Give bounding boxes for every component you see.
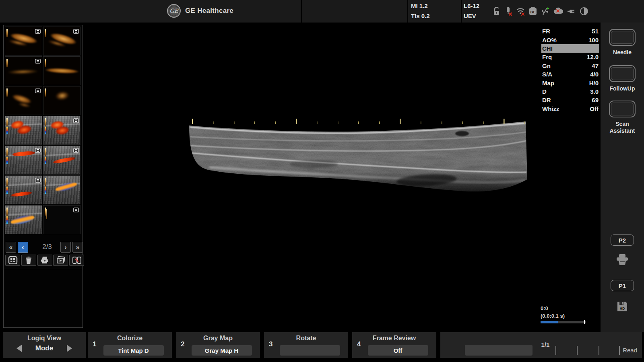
page-indicator: 2/3: [36, 243, 58, 251]
thumbnail-doppler-colorbar: [6, 127, 8, 134]
frame-page-indicator: 1/1: [533, 341, 557, 348]
hardkey-label: FollowUp: [601, 85, 644, 92]
param-row: FR51: [541, 27, 599, 35]
thumbnail-colorbar: [6, 178, 8, 186]
softkey-bar: Logiq View Mode 1ColorizeTint Map D2Gray…: [0, 332, 644, 358]
param-label: Frq: [542, 53, 552, 60]
thumbnail-colorbar: [45, 88, 46, 97]
softkey-value-button[interactable]: Off: [368, 345, 428, 356]
clipboard-media-button[interactable]: [53, 255, 68, 266]
print-key[interactable]: [601, 253, 644, 266]
cine-icon: [73, 28, 79, 35]
hardkey-label: Scan Assistant: [601, 121, 644, 134]
page-prev-button[interactable]: ‹: [18, 242, 28, 253]
thumbnail-image[interactable]: [5, 86, 42, 115]
unlock-icon: [492, 6, 501, 16]
thumbnail-image[interactable]: [5, 56, 42, 85]
usb-connected-icon: [541, 6, 550, 16]
transfer-icon: [72, 256, 82, 264]
hardkey-button[interactable]: [609, 29, 636, 46]
transfer-button[interactable]: [69, 255, 84, 266]
read-status: Read: [623, 347, 637, 354]
thumbnail-image[interactable]: [5, 116, 42, 145]
thumbnail-colorbar: [45, 118, 46, 126]
thumbnail-image[interactable]: [5, 205, 42, 234]
thumbnail-image[interactable]: [43, 116, 80, 145]
page-next-button[interactable]: ›: [60, 242, 71, 253]
param-row: S/A4/0: [541, 70, 599, 78]
cine-icon: [35, 88, 41, 95]
ruler-ticks: [192, 119, 525, 124]
clipboard-media-icon: [56, 256, 66, 264]
param-label: CHI: [542, 45, 553, 52]
param-value: 51: [592, 28, 599, 35]
print-button[interactable]: [37, 255, 52, 266]
mode-next-arrow[interactable]: [67, 345, 72, 352]
param-value: 100: [588, 37, 599, 43]
probe-name: L6-12: [464, 3, 479, 9]
delete-button[interactable]: [21, 255, 36, 266]
topbar-divider: [407, 0, 408, 23]
param-value: 4/0: [590, 71, 599, 78]
brand-block: GE GE Healthcare: [167, 4, 233, 18]
thumbnail-doppler-colorbar: [6, 187, 8, 194]
layout-grid-button[interactable]: [5, 255, 20, 266]
thumbnail-image[interactable]: [43, 146, 80, 175]
top-status-bar: GE GE Healthcare MI 1.2 TIs 0.2 L6-12 UE…: [0, 0, 644, 23]
thumbnail-image[interactable]: [5, 175, 42, 204]
softkey-section-colorize: 1ColorizeTint Map D: [88, 332, 172, 358]
hardkey-button[interactable]: [609, 101, 636, 117]
printer-icon: [615, 253, 629, 266]
softkey-value-button[interactable]: Gray Map H: [192, 345, 252, 356]
save-key[interactable]: HD: [601, 300, 644, 313]
param-value: 3.0: [590, 88, 599, 95]
page-last-button[interactable]: »: [72, 242, 83, 253]
ge-logo-icon: GE: [167, 4, 181, 18]
panoramic-scan-image: [185, 116, 531, 196]
thumbnail-colorbar: [45, 178, 46, 186]
touch-panel-right: NeedleFollowUpScan Assistant P2 P1 HD: [601, 23, 644, 332]
cine-icon: [35, 58, 41, 65]
mode-prev-arrow[interactable]: [17, 345, 22, 352]
thumbnail-image[interactable]: [43, 86, 80, 115]
ge-gateway-icon: GE: [528, 6, 538, 16]
thumbnail-image[interactable]: [5, 146, 42, 175]
thumbnail-colorbar: [45, 148, 46, 156]
clipboard-toolbar: [4, 255, 83, 267]
bottom-slider[interactable]: [465, 345, 533, 356]
layout-grid-icon: [8, 256, 18, 264]
thumbnail-colorbar: [45, 208, 46, 216]
softkey-value-button[interactable]: Tint Map D: [103, 345, 164, 356]
cine-icon: [35, 177, 41, 184]
p1-button[interactable]: P1: [611, 280, 634, 291]
param-label: Map: [542, 80, 554, 86]
hardkey-button[interactable]: [609, 65, 636, 82]
tis-value: TIs 0.2: [411, 13, 430, 19]
hardkey-needle[interactable]: Needle: [601, 29, 644, 56]
thumbnail-image[interactable]: [43, 175, 80, 204]
thumbnail-image[interactable]: [43, 27, 80, 56]
clipboard-divider: [4, 269, 82, 269]
thumbnail-image[interactable]: [43, 56, 80, 85]
thumbnail-colorbar: [6, 88, 8, 97]
tick-separator: [599, 346, 599, 355]
cloud-offline-icon: [553, 6, 564, 16]
param-row: D3.0: [541, 87, 599, 96]
param-row: MapH/0: [541, 78, 599, 87]
hardkey-scan-assistant[interactable]: Scan Assistant: [601, 101, 644, 134]
cine-progress-bar[interactable]: [541, 321, 586, 323]
thumbnail-colorbar: [6, 29, 8, 37]
wifi-off-icon: [516, 6, 525, 16]
thumbnail-image[interactable]: [5, 27, 42, 56]
thumbnail-image[interactable]: [43, 205, 80, 234]
p2-button[interactable]: P2: [611, 234, 634, 246]
hardkey-followup[interactable]: FollowUp: [601, 65, 644, 92]
preset-name: UEV: [464, 13, 479, 19]
topbar-divider: [301, 0, 302, 23]
param-row: CHI: [541, 44, 599, 53]
image-clipboard-panel: « ‹ 2/3 › »: [3, 25, 83, 328]
mi-value: MI 1.2: [411, 3, 430, 9]
thumbnail-doppler-colorbar: [6, 216, 8, 224]
page-first-button[interactable]: «: [6, 242, 16, 253]
softkey-value-button[interactable]: [280, 345, 340, 356]
